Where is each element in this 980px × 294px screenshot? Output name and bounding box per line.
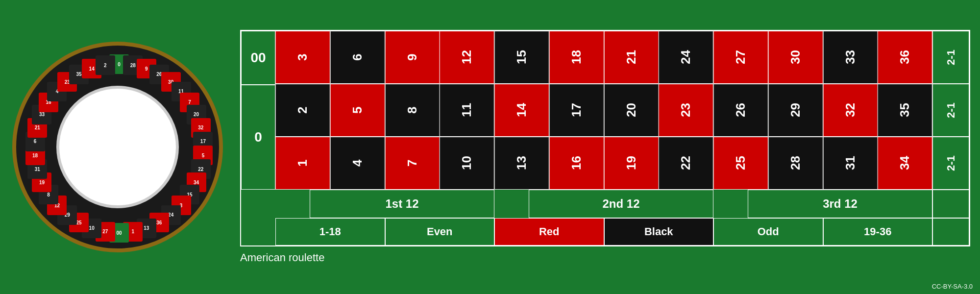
dozen-3[interactable]: 3rd 12 xyxy=(748,190,932,218)
zero-00[interactable]: 00 xyxy=(241,31,275,85)
bottom-bet-19-36[interactable]: 19-36 xyxy=(823,218,933,245)
number-cell-35[interactable]: 35 xyxy=(878,84,932,137)
number-cell-25[interactable]: 25 xyxy=(713,137,768,190)
number-cell-9[interactable]: 9 xyxy=(385,31,440,84)
dozen-2[interactable]: 2nd 12 xyxy=(529,190,713,218)
number-cell-21[interactable]: 21 xyxy=(604,31,659,84)
bottom-bet-1-18[interactable]: 1-18 xyxy=(275,218,385,245)
roulette-wheel: 0289263011720321752234153243613100271025… xyxy=(5,10,230,284)
numbers-grid: 3691215182124273033362581114172023262932… xyxy=(275,31,932,190)
caption: American roulette xyxy=(240,251,970,264)
number-cell-19[interactable]: 19 xyxy=(604,137,659,190)
number-cell-7[interactable]: 7 xyxy=(385,137,440,190)
number-cell-6[interactable]: 6 xyxy=(330,31,385,84)
number-cell-13[interactable]: 13 xyxy=(494,137,549,190)
bottom-side-spacer xyxy=(932,218,969,245)
bottom-bet-red[interactable]: Red xyxy=(494,218,604,245)
number-cell-15[interactable]: 15 xyxy=(494,31,549,84)
dozens-side-spacer xyxy=(932,190,969,218)
side-bet-2to1-row1[interactable]: 2-1 xyxy=(932,84,969,137)
zero-0[interactable]: 0 xyxy=(241,85,275,190)
side-bet-2to1-row2[interactable]: 2-1 xyxy=(932,137,969,190)
number-cell-16[interactable]: 16 xyxy=(549,137,604,190)
number-cell-1[interactable]: 1 xyxy=(275,137,330,190)
number-cell-5[interactable]: 5 xyxy=(330,84,385,137)
roulette-table: 000 369121518212427303336258111417202326… xyxy=(240,30,970,246)
side-bet-2to1-row0[interactable]: 2-1 xyxy=(932,31,969,84)
number-cell-33[interactable]: 33 xyxy=(823,31,878,84)
number-cell-26[interactable]: 26 xyxy=(713,84,768,137)
number-cell-3[interactable]: 3 xyxy=(275,31,330,84)
number-cell-12[interactable]: 12 xyxy=(440,31,494,84)
number-cell-28[interactable]: 28 xyxy=(768,137,823,190)
number-cell-36[interactable]: 36 xyxy=(878,31,932,84)
bottom-spacer xyxy=(241,218,275,245)
number-cell-17[interactable]: 17 xyxy=(549,84,604,137)
roulette-table-container: 000 369121518212427303336258111417202326… xyxy=(230,25,980,269)
number-cell-2[interactable]: 2 xyxy=(275,84,330,137)
number-cell-32[interactable]: 32 xyxy=(823,84,878,137)
number-cell-14[interactable]: 14 xyxy=(494,84,549,137)
bottom-bet-black[interactable]: Black xyxy=(604,218,714,245)
bottom-bet-odd[interactable]: Odd xyxy=(713,218,823,245)
number-cell-29[interactable]: 29 xyxy=(768,84,823,137)
number-cell-23[interactable]: 23 xyxy=(659,84,713,137)
bottom-bets: 1-18EvenRedBlackOdd19-36 xyxy=(275,218,969,245)
number-cell-8[interactable]: 8 xyxy=(385,84,440,137)
dozen-1[interactable]: 1st 12 xyxy=(310,190,494,218)
wheel-center xyxy=(56,86,179,208)
bottom-bets-wrapper: 1-18EvenRedBlackOdd19-36 xyxy=(241,218,969,245)
zeros-column: 000 xyxy=(241,31,275,190)
number-cell-30[interactable]: 30 xyxy=(768,31,823,84)
wheel-number: 2 xyxy=(96,55,115,75)
number-cell-20[interactable]: 20 xyxy=(604,84,659,137)
number-cell-24[interactable]: 24 xyxy=(659,31,713,84)
number-cell-4[interactable]: 4 xyxy=(330,137,385,190)
bottom-bet-even[interactable]: Even xyxy=(385,218,495,245)
dozens-inner: 1st 122nd 123rd 12 xyxy=(275,190,969,218)
number-cell-11[interactable]: 11 xyxy=(440,84,494,137)
table-main: 000 369121518212427303336258111417202326… xyxy=(241,31,969,190)
dozens-spacer xyxy=(241,190,275,218)
number-cell-31[interactable]: 31 xyxy=(823,137,878,190)
number-cell-27[interactable]: 27 xyxy=(713,31,768,84)
attribution: CC-BY-SA-3.0 xyxy=(932,283,973,290)
number-cell-22[interactable]: 22 xyxy=(659,137,713,190)
wheel-outer-ring: 0289263011720321752234153243613100271025… xyxy=(12,42,223,252)
dozens-row: 1st 122nd 123rd 12 xyxy=(241,190,969,218)
number-cell-18[interactable]: 18 xyxy=(549,31,604,84)
number-cell-34[interactable]: 34 xyxy=(878,137,932,190)
number-cell-10[interactable]: 10 xyxy=(440,137,494,190)
side-bets-column: 2-12-12-1 xyxy=(932,31,969,190)
